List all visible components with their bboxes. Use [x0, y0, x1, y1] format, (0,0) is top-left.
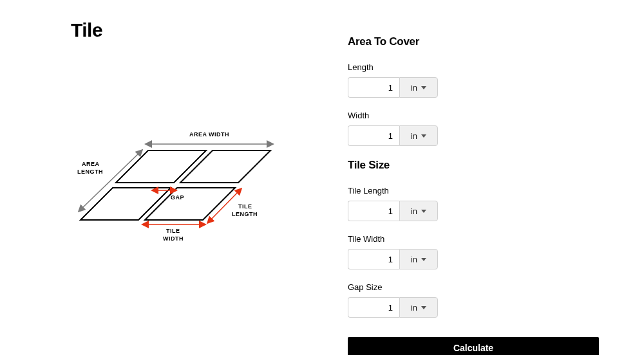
- diagram-svg: AREA WIDTH AREA LENGTH GAP TILE LENGTH: [71, 125, 283, 266]
- unit-text: in: [411, 303, 417, 313]
- field-tile-length: Tile Length in: [348, 186, 605, 221]
- unit-select-tile-length[interactable]: in: [399, 201, 438, 221]
- svg-marker-4: [80, 188, 171, 220]
- tile-width-label-2: WIDTH: [163, 235, 184, 242]
- field-area-length: Length in: [348, 62, 605, 98]
- input-area-length[interactable]: [348, 77, 399, 98]
- unit-text: in: [411, 206, 417, 216]
- chevron-down-icon: [421, 134, 426, 138]
- label-area-length: Length: [348, 62, 605, 72]
- area-width-label: AREA WIDTH: [189, 131, 229, 138]
- input-tile-length[interactable]: [348, 201, 399, 221]
- field-gap-size: Gap Size in: [348, 282, 605, 318]
- svg-marker-3: [180, 150, 270, 183]
- unit-select-tile-width[interactable]: in: [399, 249, 438, 269]
- tile-diagram: AREA WIDTH AREA LENGTH GAP TILE LENGTH: [71, 125, 309, 269]
- input-gap-size[interactable]: [348, 297, 399, 318]
- field-tile-width: Tile Width in: [348, 234, 605, 269]
- right-panel: Area To Cover Length in Width in Tile: [348, 0, 631, 355]
- input-tile-width[interactable]: [348, 249, 399, 269]
- area-length-label-2: LENGTH: [77, 168, 103, 175]
- input-area-width[interactable]: [348, 125, 399, 146]
- svg-marker-5: [145, 188, 235, 220]
- gap-label: GAP: [171, 194, 184, 201]
- label-tile-width: Tile Width: [348, 234, 605, 244]
- unit-select-area-width[interactable]: in: [399, 125, 438, 146]
- unit-text: in: [411, 83, 417, 93]
- unit-text: in: [411, 131, 417, 141]
- tile-width-label-1: TILE: [166, 228, 180, 234]
- area-length-label-1: AREA: [82, 161, 100, 167]
- chevron-down-icon: [421, 258, 426, 261]
- svg-marker-2: [116, 150, 206, 183]
- page-title: Tile: [71, 19, 309, 41]
- unit-select-gap-size[interactable]: in: [399, 297, 438, 318]
- chevron-down-icon: [421, 306, 426, 309]
- tile-length-label-2: LENGTH: [232, 211, 258, 217]
- label-tile-length: Tile Length: [348, 186, 605, 196]
- left-panel: Tile AREA W: [0, 0, 348, 355]
- label-area-width: Width: [348, 111, 605, 120]
- tile-length-label-1: TILE: [238, 203, 252, 210]
- label-gap-size: Gap Size: [348, 282, 605, 292]
- chevron-down-icon: [421, 210, 426, 213]
- unit-select-area-length[interactable]: in: [399, 77, 438, 98]
- unit-text: in: [411, 255, 417, 264]
- field-area-width: Width in: [348, 111, 605, 146]
- area-section-title: Area To Cover: [348, 35, 605, 48]
- app-root: Tile AREA W: [0, 0, 644, 355]
- chevron-down-icon: [421, 86, 426, 89]
- calculate-button[interactable]: Calculate: [348, 337, 599, 355]
- tile-section-title: Tile Size: [348, 159, 605, 172]
